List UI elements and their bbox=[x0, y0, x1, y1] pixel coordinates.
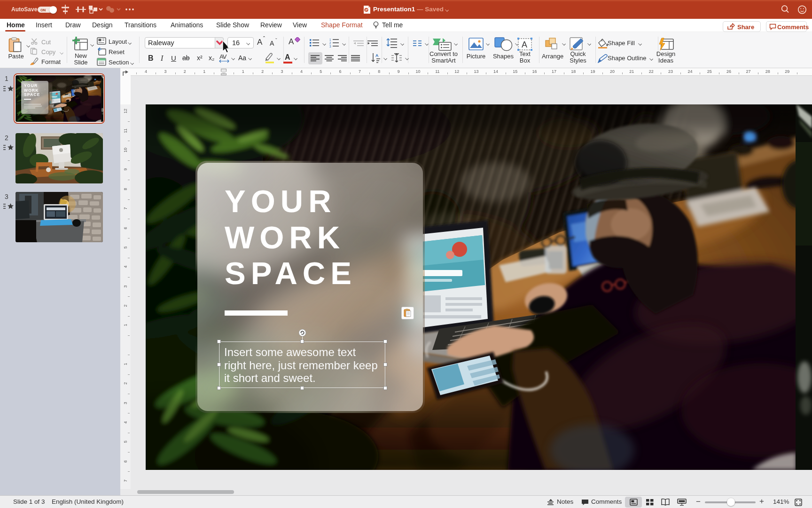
svg-text:A: A bbox=[375, 53, 379, 58]
svg-text:P: P bbox=[365, 8, 367, 12]
svg-text:A: A bbox=[522, 40, 527, 49]
svg-text:1: 1 bbox=[329, 38, 331, 41]
svg-text:3: 3 bbox=[329, 45, 331, 48]
svg-text:2: 2 bbox=[329, 41, 331, 45]
